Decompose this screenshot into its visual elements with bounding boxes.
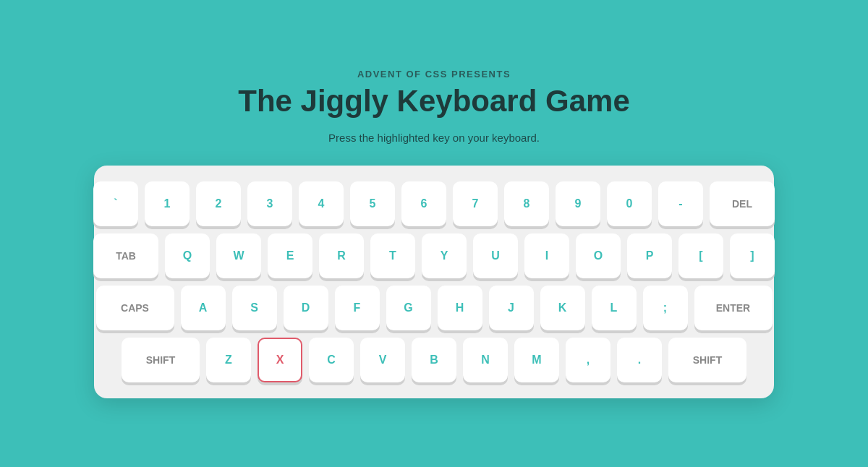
key-v[interactable]: V	[360, 338, 405, 382]
key-enter[interactable]: ENTER	[694, 286, 773, 330]
keyboard-row-3: SHIFTZXCVBNM,.SHIFT	[114, 338, 754, 382]
keyboard-row-1: TABQWERTYUIOP[]	[114, 234, 754, 278]
key-i[interactable]: I	[524, 234, 569, 278]
key-3[interactable]: 3	[247, 181, 292, 226]
key-sym[interactable]: `	[93, 181, 138, 226]
key-k[interactable]: K	[540, 286, 585, 330]
keyboard-row-2: CAPSASDFGHJKL;ENTER	[114, 286, 754, 330]
key-s[interactable]: S	[232, 286, 277, 330]
key-d[interactable]: D	[284, 286, 328, 330]
key-sym[interactable]: [	[678, 234, 723, 278]
key-f[interactable]: F	[335, 286, 380, 330]
page-title: The Jiggly Keyboard Game	[238, 84, 630, 119]
key-4[interactable]: 4	[299, 181, 344, 226]
key-8[interactable]: 8	[504, 181, 549, 226]
key-9[interactable]: 9	[556, 181, 600, 226]
key-shift[interactable]: SHIFT	[668, 338, 746, 382]
key-sym[interactable]: .	[617, 338, 662, 382]
key-sym[interactable]: ,	[566, 338, 610, 382]
key-c[interactable]: C	[309, 338, 354, 382]
key-j[interactable]: J	[489, 286, 534, 330]
key-g[interactable]: G	[386, 286, 431, 330]
key-6[interactable]: 6	[401, 181, 446, 226]
key-u[interactable]: U	[473, 234, 518, 278]
subtitle: ADVENT OF CSS PRESENTS	[357, 69, 511, 80]
keyboard-row-0: `1234567890-DEL	[114, 181, 754, 226]
key-caps[interactable]: CAPS	[96, 286, 174, 330]
key-x[interactable]: X	[258, 338, 302, 382]
instruction-text: Press the highlighted key on your keyboa…	[328, 132, 540, 144]
key-b[interactable]: B	[412, 338, 456, 382]
key-sym[interactable]: -	[658, 181, 703, 226]
key-q[interactable]: Q	[165, 234, 210, 278]
key-y[interactable]: Y	[422, 234, 467, 278]
key-n[interactable]: N	[463, 338, 508, 382]
key-tab[interactable]: TAB	[93, 234, 158, 278]
key-o[interactable]: O	[576, 234, 621, 278]
key-0[interactable]: 0	[607, 181, 652, 226]
key-7[interactable]: 7	[453, 181, 498, 226]
key-m[interactable]: M	[514, 338, 559, 382]
key-sym[interactable]: ;	[643, 286, 688, 330]
key-w[interactable]: W	[216, 234, 261, 278]
key-l[interactable]: L	[592, 286, 637, 330]
key-1[interactable]: 1	[145, 181, 190, 226]
keyboard: `1234567890-DELTABQWERTYUIOP[]CAPSASDFGH…	[94, 166, 774, 398]
key-z[interactable]: Z	[206, 338, 251, 382]
key-e[interactable]: E	[268, 234, 312, 278]
key-r[interactable]: R	[319, 234, 364, 278]
key-5[interactable]: 5	[350, 181, 395, 226]
key-2[interactable]: 2	[196, 181, 241, 226]
key-t[interactable]: T	[370, 234, 415, 278]
key-del[interactable]: DEL	[710, 181, 775, 226]
key-shift[interactable]: SHIFT	[122, 338, 200, 382]
key-sym[interactable]: ]	[730, 234, 775, 278]
key-h[interactable]: H	[438, 286, 482, 330]
key-p[interactable]: P	[627, 234, 672, 278]
key-a[interactable]: A	[181, 286, 226, 330]
